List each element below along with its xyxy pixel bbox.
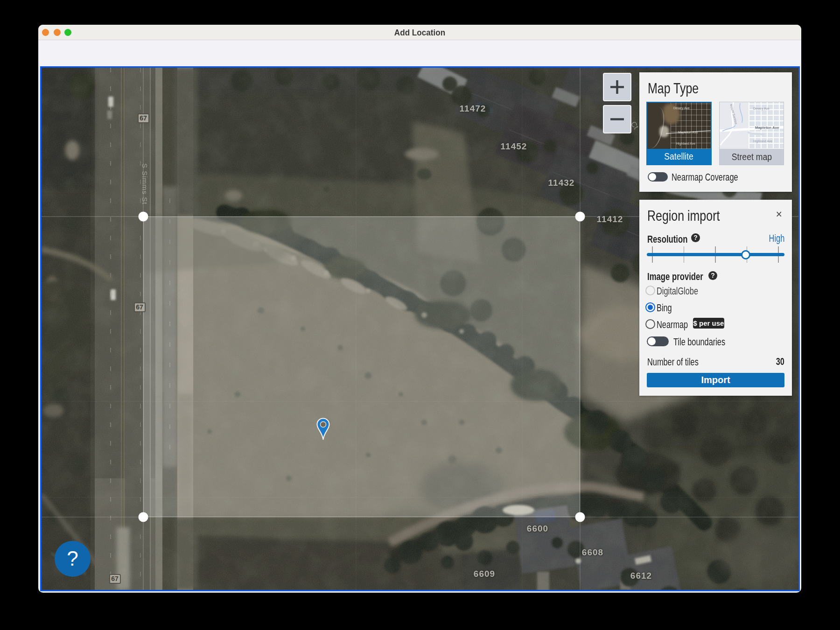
svg-text:S Simms St: S Simms St (141, 163, 149, 204)
